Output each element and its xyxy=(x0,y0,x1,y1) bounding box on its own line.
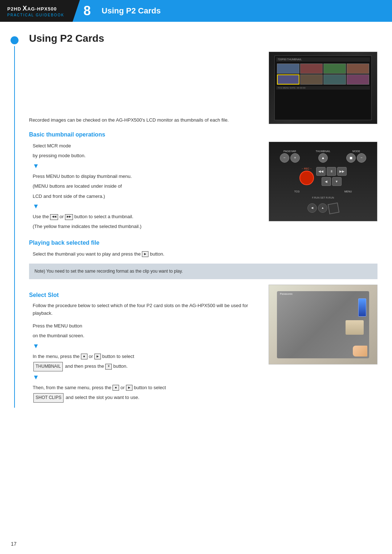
select-slot-section: Select Slot Follow the procedure below t… xyxy=(29,285,377,404)
step-use-text: Use the xyxy=(33,214,49,219)
step-select-mcr: Select MCR mode xyxy=(33,142,258,150)
playback-text: Select the thumbnail you want to play an… xyxy=(33,251,141,257)
section-dot xyxy=(11,36,19,44)
select-slot-desc: Follow the procedure below to select whi… xyxy=(33,302,258,317)
thumbnail-screen-image: 720P60 THUMBNAIL xyxy=(269,52,377,124)
brand-name: P2HD XAG-HPX500 xyxy=(7,5,65,12)
step5-select: button to select xyxy=(134,385,166,390)
step-yellow-frame: (The yellow frame indicates the selected… xyxy=(33,222,258,231)
brand-x: X xyxy=(23,5,27,12)
play-icon-2: ▶ xyxy=(94,354,101,359)
step-press-mode: by pressing mode button. xyxy=(33,151,258,160)
select-slot-content: Select Slot Follow the procedure below t… xyxy=(29,285,377,404)
shot-clips-key-label: SHOT CLIPS xyxy=(33,393,64,403)
thumbnail-key-label: THUMBNAIL xyxy=(33,362,63,371)
play-icon: ▶ xyxy=(142,251,148,257)
arrow-down-1: ▼ xyxy=(33,162,258,170)
header-subtitle: PRACTICAL GUIDEBOOK xyxy=(7,13,65,17)
header-title: Using P2 Cards xyxy=(102,6,161,16)
step-use-buttons: Use the ◀◀ or ▶▶ button to select a thum… xyxy=(33,212,258,221)
controls-image-col: PAGE/VAR − + THUMBNAIL ▲ xyxy=(269,142,377,232)
header: P2HD XAG-HPX500 PRACTICAL GUIDEBOOK 8 Us… xyxy=(0,0,392,22)
intro-row: Recorded images can be checked on the AG… xyxy=(29,52,377,124)
slot-image-col: Panasonic xyxy=(269,285,377,404)
header-page-num: 8 xyxy=(83,3,91,19)
step4-then-press: and then press the xyxy=(65,363,104,369)
arrow-down-2: ▼ xyxy=(33,203,258,210)
content-wrapper: Using P2 Cards Recorded images can be ch… xyxy=(0,22,392,419)
arrow-down-4: ▼ xyxy=(33,374,258,381)
playback-instruction: Select the thumbnail you want to play an… xyxy=(33,250,377,258)
basic-thumbnail-content: Select MCR mode by pressing mode button.… xyxy=(29,142,377,232)
controls-panel-image: PAGE/VAR − + THUMBNAIL ▲ xyxy=(269,142,377,221)
page-number: 17 xyxy=(11,541,17,547)
step-press-menu: Press MENU button to display thumbnail m… xyxy=(33,172,258,180)
ffwd-icon: ▶▶ xyxy=(65,214,73,220)
arrow-down-3: ▼ xyxy=(33,342,258,350)
rewind-icon: ◀◀ xyxy=(50,214,58,220)
main-content: Using P2 Cards Recorded images can be ch… xyxy=(29,33,392,408)
step-or-text: or xyxy=(60,214,65,219)
step3-text: In the menu, press the xyxy=(33,354,79,359)
controls-panel-mockup: PAGE/VAR − + THUMBNAIL ▲ xyxy=(269,142,377,221)
basic-thumbnail-title: Basic thumbnail operations xyxy=(29,131,377,138)
basic-thumbnail-section: Basic thumbnail operations Select MCR mo… xyxy=(29,131,377,232)
page-heading: Using P2 Cards xyxy=(29,33,377,44)
intro-paragraph: Recorded images can be checked on the AG… xyxy=(29,117,258,124)
step6-select-slot: and select the slot you want to use. xyxy=(66,395,139,400)
vertical-line xyxy=(14,46,15,408)
basic-thumbnail-steps: Select MCR mode by pressing mode button.… xyxy=(29,142,258,232)
step-select-text: button to select a thumbnail. xyxy=(74,214,134,219)
step-in-menu-select: In the menu, press the ■ or ▶ button to … xyxy=(33,352,258,360)
step-menu-note1: (MENU buttons are located under inside o… xyxy=(33,182,258,190)
header-brand-section: P2HD XAG-HPX500 PRACTICAL GUIDEBOOK xyxy=(0,0,73,22)
step-on-thumbnail: on the thumbnail screen. xyxy=(33,331,258,340)
playback-text2: button. xyxy=(150,251,164,257)
header-title-section: 8 Using P2 Cards xyxy=(73,0,392,22)
step-thumbnail-key: THUMBNAIL and then press the ⏸ button. xyxy=(33,362,258,371)
playback-note-text: Note) You need to set the same recording… xyxy=(34,268,372,275)
step-menu-note2: LCD and front side of the camera.) xyxy=(33,192,258,200)
step-from-menu: Then, from the same menu, press the ■ or… xyxy=(33,383,258,392)
step-press-menu-btn: Press the MENU button xyxy=(33,322,258,330)
intro-text-block: Recorded images can be checked on the AG… xyxy=(29,52,258,124)
pause-icon: ⏸ xyxy=(105,364,112,370)
play-icon-3: ▶ xyxy=(126,385,132,391)
playback-note-box: Note) You need to set the same recording… xyxy=(29,264,377,279)
step5-or: or xyxy=(121,385,126,390)
step3-or: or xyxy=(89,354,94,359)
stop-icon: ■ xyxy=(81,354,87,359)
step5-text: Then, from the same menu, press the xyxy=(33,385,111,390)
select-slot-title: Select Slot xyxy=(29,292,258,298)
left-bar xyxy=(0,33,29,408)
select-slot-text: Select Slot Follow the procedure below t… xyxy=(29,285,258,404)
camera-screen-mockup: 720P60 THUMBNAIL xyxy=(269,52,377,124)
brand-p2hd: P2HD xyxy=(7,6,21,12)
brand-model: AG-HPX500 xyxy=(27,6,57,12)
stop-icon-2: ■ xyxy=(113,385,119,391)
step-shot-clips-key: SHOT CLIPS and select the slot you want … xyxy=(33,393,258,403)
slot-image: Panasonic xyxy=(269,285,377,364)
step4b-text: button. xyxy=(113,363,128,369)
slot-image-mockup: Panasonic xyxy=(269,285,377,364)
playing-back-section: Playing back selected file Select the th… xyxy=(29,240,377,280)
step3-select: button to select xyxy=(102,354,134,359)
playing-back-title: Playing back selected file xyxy=(29,240,377,246)
